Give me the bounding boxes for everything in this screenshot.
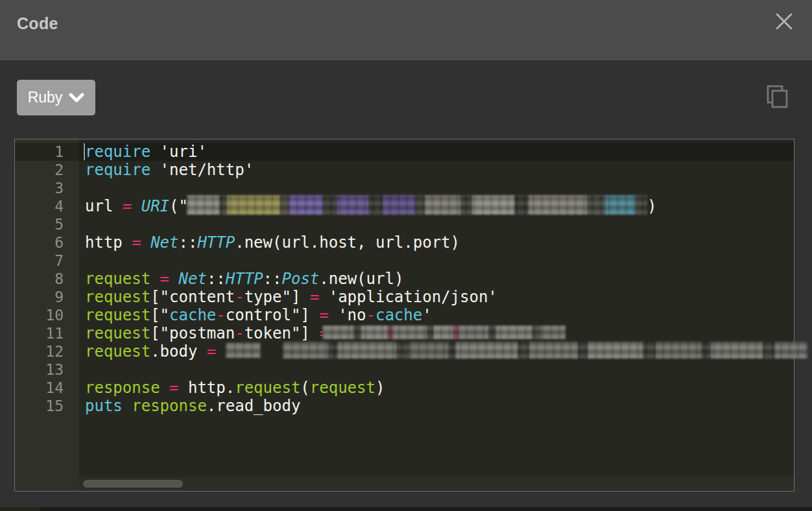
code-line: 2require 'net/http' [15, 161, 794, 179]
code-line-content: url = URI(") [79, 197, 794, 215]
copy-icon [764, 101, 789, 110]
line-number: 9 [15, 288, 79, 306]
line-number: 4 [15, 197, 79, 215]
code-line: 1require 'uri' [15, 143, 794, 161]
code-line-content: request["cache-control"] = 'no-cache' [79, 306, 794, 324]
horizontal-scrollbar-thumb[interactable] [83, 480, 183, 488]
code-line-content: require 'uri' [79, 143, 794, 161]
code-line: 15puts response.read_body [15, 397, 794, 415]
code-line-content: http = Net::HTTP.new(url.host, url.port) [79, 233, 794, 252]
line-number: 10 [15, 306, 79, 324]
chevron-down-icon [69, 93, 84, 103]
code-line: 7 [15, 252, 794, 270]
code-line-content [79, 361, 794, 379]
code-line: 6http = Net::HTTP.new(url.host, url.port… [15, 233, 794, 252]
background-app-strip [0, 507, 812, 511]
line-number: 11 [15, 324, 79, 342]
dialog-title: Code [17, 14, 58, 33]
code-line: 14response = http.request(request) [15, 379, 794, 397]
code-line: 13 [15, 361, 794, 379]
line-number: 14 [15, 379, 79, 397]
line-number: 2 [15, 161, 79, 179]
redacted-url [187, 195, 647, 215]
code-line: 11request["postman-token"] = [15, 324, 794, 342]
code-line: 4url = URI(") [15, 197, 794, 215]
copy-code-button[interactable] [764, 84, 789, 108]
horizontal-scrollbar-track[interactable] [79, 477, 794, 491]
line-number: 6 [15, 233, 79, 252]
code-line-content [79, 179, 794, 197]
code-lines: 1require 'uri'2require 'net/http'34url =… [15, 139, 794, 415]
code-line: 9request["content-type"] = 'application/… [15, 288, 794, 306]
line-number: 5 [15, 215, 79, 233]
line-number: 13 [15, 361, 79, 379]
language-dropdown-label: Ruby [28, 89, 63, 106]
language-dropdown[interactable]: Ruby [17, 80, 95, 115]
code-line-content: require 'net/http' [79, 161, 794, 179]
redacted-body_b [283, 342, 807, 359]
code-line-content: request["content-type"] = 'application/j… [79, 288, 794, 306]
close-icon [774, 23, 794, 33]
code-line-content [79, 252, 794, 270]
code-line: 3 [15, 179, 794, 197]
code-line-content: request["postman-token"] = [79, 324, 794, 342]
code-dialog: { "window": { "title": "Code" }, "toolba… [0, 0, 812, 511]
text-cursor [84, 143, 85, 160]
close-button[interactable] [774, 12, 794, 31]
code-line-content: response = http.request(request) [79, 379, 794, 397]
line-number: 15 [15, 397, 79, 415]
dialog-header: Code [0, 0, 812, 60]
line-number: 1 [15, 143, 79, 161]
code-line-content: request.body = [79, 342, 807, 361]
line-number: 12 [15, 342, 79, 361]
line-number: 7 [15, 252, 79, 270]
code-line-content: request = Net::HTTP::Post.new(url) [79, 270, 794, 288]
code-line: 8request = Net::HTTP::Post.new(url) [15, 270, 794, 288]
code-line-content: puts response.read_body [79, 397, 794, 415]
code-line: 10request["cache-control"] = 'no-cache' [15, 306, 794, 324]
code-editor[interactable]: 1require 'uri'2require 'net/http'34url =… [14, 139, 794, 492]
line-number: 3 [15, 179, 79, 197]
code-line: 12request.body = [15, 342, 794, 361]
line-number: 8 [15, 270, 79, 288]
redacted-body_a [226, 342, 261, 358]
redacted-token [322, 326, 566, 339]
code-line: 5 [15, 215, 794, 233]
code-line-content [79, 215, 794, 233]
